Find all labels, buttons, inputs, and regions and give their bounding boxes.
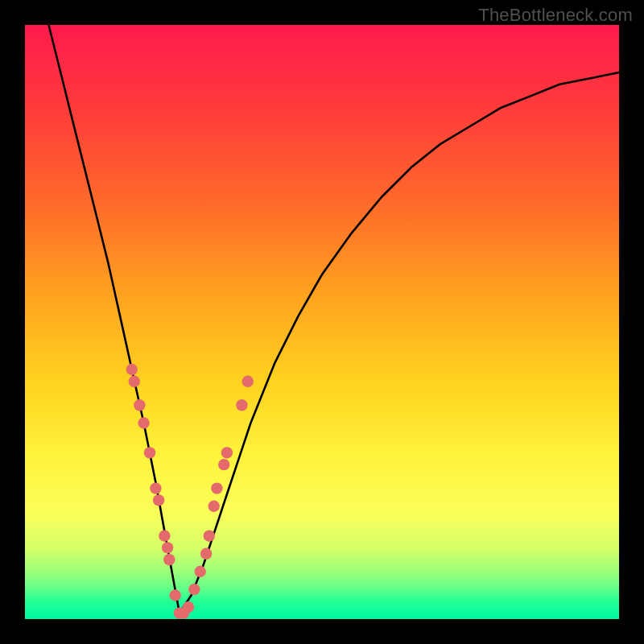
data-point — [204, 530, 215, 542]
data-point — [150, 482, 161, 493]
data-point — [200, 548, 212, 559]
data-point — [236, 399, 247, 411]
data-point — [138, 417, 149, 428]
data-point — [126, 364, 138, 375]
data-point — [153, 494, 164, 506]
data-point — [163, 554, 175, 565]
bottleneck-curve-svg — [25, 25, 619, 619]
bottleneck-curve — [49, 25, 620, 613]
data-point — [242, 376, 254, 387]
data-point — [208, 501, 220, 512]
chart-frame: TheBottleneck.com — [0, 0, 644, 644]
data-point — [195, 566, 206, 577]
data-point — [129, 376, 140, 387]
data-point — [162, 542, 173, 553]
data-point — [134, 399, 145, 411]
data-point — [218, 459, 229, 470]
data-point — [211, 482, 222, 493]
data-point — [183, 601, 194, 613]
highlighted-points — [126, 364, 254, 619]
watermark-text: TheBottleneck.com — [478, 5, 633, 26]
data-point — [188, 584, 200, 595]
data-point — [170, 589, 181, 601]
data-point — [144, 447, 155, 458]
data-point — [221, 447, 233, 458]
data-point — [159, 530, 170, 542]
plot-area — [25, 25, 619, 619]
